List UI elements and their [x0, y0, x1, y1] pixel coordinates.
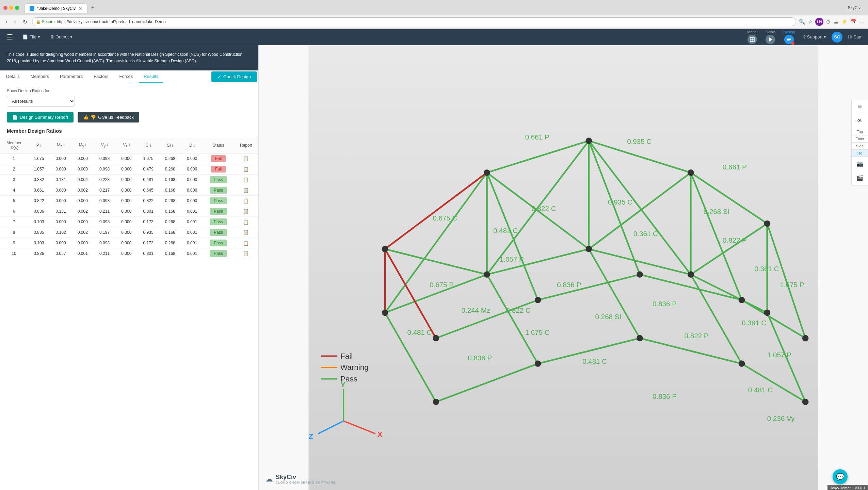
status-badge: Pass	[210, 240, 227, 246]
report-icon[interactable]: 📋	[243, 166, 249, 172]
feedback-button[interactable]: 👍 👎 Give us Feedback	[78, 112, 139, 122]
svg-text:X: X	[377, 430, 383, 439]
svg-text:1.675 P: 1.675 P	[780, 281, 804, 289]
cast-icon[interactable]: ⊙	[826, 19, 831, 25]
cell-report[interactable]: 📋	[234, 153, 258, 164]
back-button[interactable]: ‹	[3, 18, 9, 26]
design-mode-item[interactable]: Design	[781, 29, 798, 46]
col-si: SI ℹ	[159, 138, 181, 153]
cell-report[interactable]: 📋	[234, 248, 258, 259]
svg-point-53	[688, 169, 694, 176]
output-menu[interactable]: 🖥 Output ▾	[46, 32, 77, 42]
tab-members[interactable]: Members	[26, 70, 54, 83]
side-view-button[interactable]: Side	[852, 143, 868, 150]
cell-vy: 0.223	[94, 175, 115, 185]
report-icon[interactable]: 📋	[243, 156, 249, 161]
cell-report[interactable]: 📋	[234, 238, 258, 248]
cell-report[interactable]: 📋	[234, 217, 258, 227]
file-menu[interactable]: 📄 File ▾	[18, 32, 44, 42]
report-icon[interactable]: 📋	[243, 177, 249, 182]
ratios-select[interactable]: All Results Pass Fail Warning	[7, 96, 75, 107]
tab-factors[interactable]: Factors	[89, 70, 113, 83]
cell-vy: 0.211	[94, 248, 115, 259]
browser-tab[interactable]: *Jake-Demo | SkyCiv ✕	[25, 3, 87, 13]
reload-button[interactable]: ↻	[21, 18, 29, 26]
cell-member-id: 3	[0, 175, 28, 185]
cell-vz: 0.000	[115, 185, 137, 196]
cell-member-id: 5	[0, 196, 28, 206]
cell-d: 0.001	[181, 227, 203, 238]
table-row: 1 1.675 0.000 0.000 0.098 0.000 1.675 0.…	[0, 153, 258, 164]
report-icon[interactable]: 📋	[243, 230, 249, 235]
menu-icon[interactable]: ☰	[5, 32, 14, 43]
cell-report[interactable]: 📋	[234, 164, 258, 175]
cell-member-id: 4	[0, 185, 28, 196]
close-button[interactable]	[3, 6, 7, 10]
document-icon: 📄	[12, 115, 18, 120]
col-report: Report	[234, 138, 258, 153]
maximize-button[interactable]	[15, 6, 19, 10]
iso-view-button[interactable]: Iso	[852, 150, 868, 157]
settings-icon[interactable]: ⋯	[859, 19, 865, 25]
cell-report[interactable]: 📋	[234, 175, 258, 185]
report-icon[interactable]: 📋	[243, 219, 249, 225]
cloud-icon[interactable]: ☁	[833, 19, 838, 25]
cell-p: 0.661	[28, 185, 50, 196]
top-view-button[interactable]: Top	[852, 128, 868, 135]
panel-content[interactable]: Details Members Parameters Factors Force…	[0, 70, 258, 490]
tab-close-button[interactable]: ✕	[78, 6, 82, 11]
report-icon[interactable]: 📋	[243, 209, 249, 214]
svg-text:0.236 Vy: 0.236 Vy	[767, 414, 795, 422]
svg-point-63	[739, 297, 745, 303]
report-icon[interactable]: 📋	[243, 198, 249, 203]
view-tool-button[interactable]: 👁	[852, 114, 868, 128]
report-icon[interactable]: 📋	[243, 251, 249, 256]
bookmark-icon[interactable]: ☆	[808, 19, 813, 25]
cell-si: 0.168	[159, 185, 181, 196]
table-row: 5 0.822 0.000 0.000 0.098 0.000 0.822 0.…	[0, 196, 258, 206]
search-icon[interactable]: 🔍	[799, 19, 805, 25]
cell-vz: 0.000	[115, 164, 137, 175]
screenshot-button[interactable]: 📷	[852, 157, 868, 171]
tab-forces[interactable]: Forces	[114, 70, 138, 83]
cell-report[interactable]: 📋	[234, 185, 258, 196]
check-design-button[interactable]: ✓ Check Design	[211, 71, 257, 82]
tab-parameters[interactable]: Parameters	[55, 70, 87, 83]
header-right: Model Solve Design	[744, 29, 863, 46]
new-tab-button[interactable]: +	[87, 2, 98, 13]
address-input[interactable]: 🔒 Secure https://dev.skyciv.com/structur…	[32, 17, 796, 26]
report-icon[interactable]: 📋	[243, 240, 249, 246]
cell-my: 0.002	[72, 185, 94, 196]
model-mode-item[interactable]: Model	[744, 29, 760, 46]
chat-icon: 💬	[836, 473, 845, 481]
col-p: P ℹ	[28, 138, 50, 153]
report-icon[interactable]: 📋	[243, 187, 249, 193]
support-icon: ?	[803, 34, 806, 39]
forward-button[interactable]: ›	[12, 18, 18, 26]
svg-text:0.822 P: 0.822 P	[723, 236, 747, 244]
cell-report[interactable]: 📋	[234, 206, 258, 217]
model-mode-icon	[748, 35, 757, 44]
skyciv-logo-text: SkyCiv CLOUD ENGINEERING SOFTWARE	[276, 474, 336, 484]
support-button[interactable]: ? Support ▾	[803, 34, 826, 39]
design-table: MemberID(s) P ℹ Mz ℹ My ℹ Vy ℹ Vz ℹ C ℹ …	[0, 138, 258, 259]
extension-icon[interactable]: ⚡	[841, 19, 848, 25]
minimize-button[interactable]	[9, 6, 13, 10]
user-avatar[interactable]: SC	[832, 32, 842, 43]
calendar-icon[interactable]: 📅	[850, 19, 857, 25]
front-view-button[interactable]: Front	[852, 135, 868, 143]
svg-text:1.057 P: 1.057 P	[767, 351, 791, 359]
solve-mode-item[interactable]: Solve	[763, 29, 778, 46]
record-button[interactable]: 🎬	[852, 171, 868, 185]
cell-report[interactable]: 📋	[234, 227, 258, 238]
table-wrapper: MemberID(s) P ℹ Mz ℹ My ℹ Vy ℹ Vz ℹ C ℹ …	[0, 138, 258, 266]
tab-details[interactable]: Details	[1, 70, 25, 83]
cell-vz: 0.000	[115, 196, 137, 206]
summary-report-button[interactable]: 📄 Design Summary Report	[7, 112, 74, 122]
svg-text:Warning: Warning	[340, 363, 369, 372]
tab-results[interactable]: Results	[139, 70, 163, 83]
cell-report[interactable]: 📋	[234, 196, 258, 206]
edit-tool-button[interactable]: ✏	[852, 100, 868, 114]
user-profile-icon[interactable]: LH	[815, 18, 823, 26]
chat-button[interactable]: 💬	[833, 469, 848, 484]
